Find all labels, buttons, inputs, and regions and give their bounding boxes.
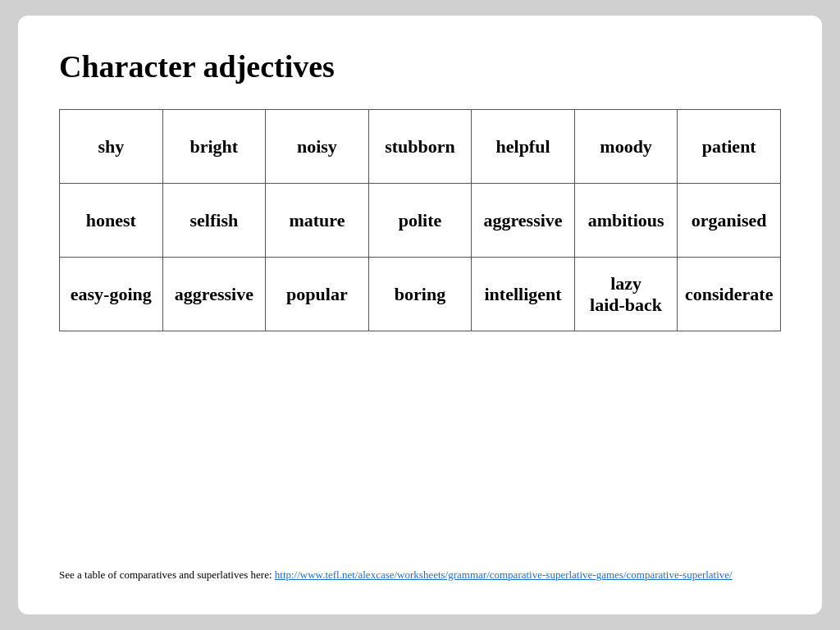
table-cell: ambitious	[574, 184, 678, 258]
table-cell: mature	[266, 184, 369, 258]
table-row: honestselfishmaturepoliteaggressiveambit…	[60, 184, 781, 258]
footer: See a table of comparatives and superlat…	[59, 560, 781, 582]
table-cell: lazylaid-back	[574, 258, 678, 331]
table-cell: moody	[574, 110, 678, 184]
table-cell: popular	[266, 258, 369, 331]
table-cell: stubborn	[368, 110, 472, 184]
table-cell: organised	[678, 184, 781, 258]
table-cell: intelligent	[472, 258, 575, 331]
footer-link[interactable]: http://www.tefl.net/alexcase/worksheets/…	[275, 568, 733, 581]
table-cell: aggressive	[162, 258, 266, 331]
table-cell: aggressive	[472, 184, 575, 258]
table-cell: patient	[678, 110, 781, 184]
page-title: Character adjectives	[59, 48, 781, 84]
table-row: easy-goingaggressivepopularboringintelli…	[60, 258, 781, 331]
footer-text-label: See a table of comparatives and superlat…	[59, 568, 275, 581]
table-cell: bright	[162, 110, 266, 184]
table-cell: selfish	[162, 184, 266, 258]
table-cell: considerate	[678, 258, 781, 331]
table-cell: shy	[60, 110, 163, 184]
table-cell: boring	[368, 258, 472, 331]
table-cell: honest	[60, 184, 163, 258]
table-row: shybrightnoisystubbornhelpfulmoodypatien…	[60, 110, 781, 184]
table-cell: helpful	[472, 110, 575, 184]
table-cell: polite	[368, 184, 472, 258]
adjectives-table: shybrightnoisystubbornhelpfulmoodypatien…	[59, 109, 781, 331]
table-cell: noisy	[266, 110, 369, 184]
table-cell: easy-going	[60, 258, 163, 331]
slide-container: Character adjectives shybrightnoisystubb…	[18, 16, 822, 614]
